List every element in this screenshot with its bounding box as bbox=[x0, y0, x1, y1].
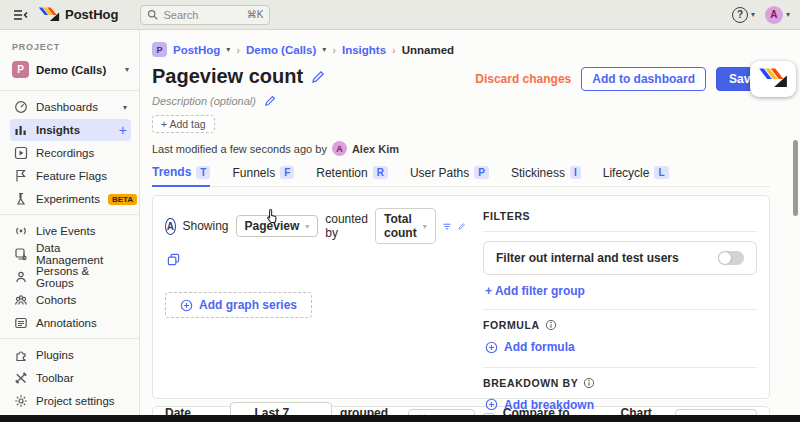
help-menu[interactable]: ? ▾ bbox=[732, 7, 755, 23]
sidebar-item-label: Insights bbox=[36, 124, 111, 136]
recording-watermark bbox=[750, 61, 796, 97]
tab-lifecycle[interactable]: LifecycleL bbox=[603, 165, 669, 186]
filters-column: FILTERS Filter out internal and test use… bbox=[465, 208, 757, 386]
modified-text: Last modified a few seconds ago by bbox=[152, 143, 327, 155]
chevron-down-icon: ▾ bbox=[786, 10, 790, 19]
circle-plus-icon bbox=[485, 398, 498, 411]
circle-plus-icon bbox=[180, 299, 193, 312]
add-breakdown-button[interactable]: Add breakdown bbox=[485, 398, 594, 412]
tab-key-chip: P bbox=[474, 166, 489, 179]
showing-label: Showing bbox=[183, 219, 229, 233]
toolbar-icon bbox=[14, 371, 28, 385]
add-filter-group-button[interactable]: + Add filter group bbox=[485, 284, 585, 298]
sidebar-item-feature-flags[interactable]: Feature Flags bbox=[10, 165, 131, 187]
author-name: Alex Kim bbox=[352, 143, 399, 155]
filters-header: FILTERS bbox=[483, 210, 757, 222]
sidebar-item-cohorts[interactable]: Cohorts bbox=[10, 289, 131, 311]
sidebar-item-label: Feature Flags bbox=[36, 170, 127, 182]
series-filter-icon[interactable] bbox=[443, 220, 451, 233]
project-name: Demo (Calls) bbox=[36, 64, 118, 76]
add-to-dashboard-button[interactable]: Add to dashboard bbox=[581, 67, 706, 91]
data-management-icon bbox=[14, 247, 28, 261]
sidebar-item-data-management[interactable]: Data Management bbox=[10, 243, 131, 265]
breadcrumb-project[interactable]: Demo (Calls) bbox=[246, 44, 316, 56]
project-section-label: PROJECT bbox=[12, 42, 131, 52]
sidebar-item-toolbar[interactable]: Toolbar bbox=[10, 367, 131, 389]
chevron-down-icon: ▾ bbox=[125, 65, 129, 74]
breadcrumb-separator: › bbox=[332, 44, 336, 56]
sidebar-item-recordings[interactable]: Recordings bbox=[10, 142, 131, 164]
tab-funnels[interactable]: FunnelsF bbox=[232, 165, 294, 186]
divider bbox=[0, 338, 140, 339]
edit-title-icon[interactable] bbox=[311, 70, 325, 84]
divider bbox=[483, 309, 757, 310]
cohorts-icon bbox=[14, 293, 28, 307]
add-formula-button[interactable]: Add formula bbox=[485, 340, 575, 354]
posthog-logo-icon bbox=[758, 67, 788, 91]
flag-icon bbox=[14, 169, 28, 183]
author-avatar: A bbox=[332, 141, 347, 156]
sidebar: PROJECT P Demo (Calls) ▾ Dashboards ▾ In… bbox=[0, 30, 140, 422]
sidebar-item-label: Live Events bbox=[36, 225, 127, 237]
divider bbox=[483, 231, 757, 232]
discard-changes-button[interactable]: Discard changes bbox=[475, 72, 571, 86]
flask-icon bbox=[14, 192, 28, 206]
copy-series-icon[interactable] bbox=[167, 253, 180, 266]
sidebar-item-experiments[interactable]: Experiments BETA bbox=[10, 188, 131, 210]
tab-retention[interactable]: RetentionR bbox=[316, 165, 388, 186]
recordings-icon bbox=[14, 146, 28, 160]
sidebar-item-label: Toolbar bbox=[36, 372, 127, 384]
tab-user-paths[interactable]: User PathsP bbox=[410, 165, 489, 186]
chevron-down-icon: ▾ bbox=[305, 222, 309, 231]
tab-stickiness[interactable]: StickinessI bbox=[511, 165, 581, 186]
sidebar-item-label: Persons & Groups bbox=[36, 265, 127, 289]
divider bbox=[0, 90, 140, 91]
page-title: Pageview count bbox=[152, 65, 325, 88]
sidebar-item-label: Dashboards bbox=[36, 101, 115, 113]
tab-key-chip: R bbox=[373, 166, 388, 179]
posthog-logo[interactable]: PostHog bbox=[38, 7, 118, 23]
breadcrumb-org[interactable]: PostHog bbox=[173, 44, 220, 56]
add-graph-series-button[interactable]: Add graph series bbox=[165, 292, 312, 318]
add-tag-button[interactable]: + Add tag bbox=[152, 115, 215, 133]
query-builder-panel: A Showing Pageview ▾ counted by Total co… bbox=[152, 195, 770, 399]
scrollbar[interactable] bbox=[793, 140, 798, 216]
aggregation-select[interactable]: Total count ▾ bbox=[375, 208, 436, 244]
tab-key-chip: I bbox=[570, 166, 581, 179]
info-icon bbox=[545, 319, 557, 331]
sidebar-item-label: Plugins bbox=[36, 349, 127, 361]
mouse-cursor-hand bbox=[265, 208, 280, 225]
sidebar-item-project-settings[interactable]: Project settings bbox=[10, 390, 131, 412]
description-row: Description (optional) bbox=[152, 95, 770, 107]
gear-icon bbox=[14, 394, 28, 408]
breadcrumb-insights[interactable]: Insights bbox=[342, 44, 386, 56]
annotations-icon bbox=[14, 316, 28, 330]
project-switcher[interactable]: P Demo (Calls) ▾ bbox=[10, 59, 131, 86]
main-content: P PostHog ▾ › Demo (Calls) ▾ › Insights … bbox=[140, 30, 800, 422]
last-modified: Last modified a few seconds ago by A Ale… bbox=[152, 141, 770, 156]
sidebar-item-dashboards[interactable]: Dashboards ▾ bbox=[10, 96, 131, 118]
beta-badge: BETA bbox=[108, 194, 137, 205]
edit-description-icon[interactable] bbox=[264, 95, 276, 107]
breadcrumb-separator: › bbox=[392, 44, 396, 56]
new-insight-icon[interactable]: + bbox=[119, 122, 127, 138]
insight-type-tabs: TrendsT FunnelsF RetentionR User PathsP … bbox=[152, 165, 770, 187]
org-badge: P bbox=[152, 42, 167, 57]
test-users-filter-row: Filter out internal and test users bbox=[483, 241, 757, 275]
breadcrumb: P PostHog ▾ › Demo (Calls) ▾ › Insights … bbox=[152, 42, 770, 57]
account-menu[interactable]: A ▾ bbox=[765, 6, 790, 24]
sidebar-item-insights[interactable]: Insights + bbox=[10, 119, 131, 141]
sidebar-item-live-events[interactable]: Live Events bbox=[10, 220, 131, 242]
sidebar-collapse-icon[interactable] bbox=[10, 5, 30, 25]
chevron-down-icon: ▾ bbox=[226, 45, 230, 54]
tab-trends[interactable]: TrendsT bbox=[152, 165, 210, 187]
edit-series-icon[interactable] bbox=[458, 220, 465, 233]
search-input[interactable]: Search ⌘K bbox=[140, 5, 270, 25]
plugins-icon bbox=[14, 348, 28, 362]
sidebar-item-persons-groups[interactable]: Persons & Groups bbox=[10, 266, 131, 288]
test-users-toggle[interactable] bbox=[718, 251, 744, 265]
sidebar-item-label: Data Management bbox=[36, 242, 127, 266]
sidebar-item-annotations[interactable]: Annotations bbox=[10, 312, 131, 334]
series-badge: A bbox=[165, 218, 176, 235]
sidebar-item-plugins[interactable]: Plugins bbox=[10, 344, 131, 366]
